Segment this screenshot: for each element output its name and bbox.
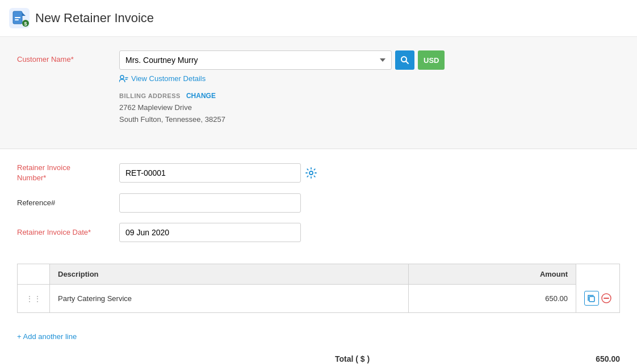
customer-name-label: Customer Name*: [17, 50, 119, 64]
billing-address-block: BILLING ADDRESS CHANGE 2762 Mapleview Dr…: [119, 92, 620, 126]
invoice-date-input-wrap: [119, 223, 301, 242]
add-line-row: + Add another line: [0, 324, 637, 349]
invoice-app-icon: $: [9, 8, 30, 28]
customer-select-row: Mrs. Courtney Murry USD: [119, 50, 620, 70]
form-section: Retainer Invoice Number* Reference# Reta…: [0, 149, 637, 264]
page-title: New Retainer Invoice: [35, 11, 154, 26]
billing-change-button[interactable]: CHANGE: [186, 92, 216, 100]
view-customer-link[interactable]: View Customer Details: [119, 74, 620, 83]
billing-label-row: BILLING ADDRESS CHANGE: [119, 92, 620, 100]
invoice-number-input-wrap: [119, 163, 317, 183]
customer-name-row: Customer Name* Mrs. Courtney Murry USD: [17, 50, 620, 126]
invoice-number-input[interactable]: [119, 163, 301, 183]
search-icon: [400, 56, 409, 65]
billing-address-line2: South Fulton, Tennessee, 38257: [119, 114, 620, 126]
invoice-number-row: Retainer Invoice Number*: [17, 163, 620, 183]
total-row: Total ( $ ) 650.00: [0, 349, 637, 364]
invoice-number-label: Retainer Invoice Number*: [17, 163, 119, 183]
customer-field-content: Mrs. Courtney Murry USD View Cust: [119, 50, 620, 126]
amount-header: Amount: [409, 264, 576, 284]
svg-rect-3: [15, 17, 20, 18]
total-label: Total ( $ ): [335, 354, 370, 363]
copy-row-button[interactable]: [584, 291, 599, 306]
reference-row: Reference#: [17, 193, 620, 213]
reference-input[interactable]: [119, 193, 301, 213]
copy-icon: [588, 295, 595, 302]
row-actions-cell: [576, 284, 619, 313]
reference-label: Reference#: [17, 198, 119, 208]
svg-rect-13: [589, 297, 594, 302]
delete-icon: [601, 293, 611, 303]
invoice-date-input[interactable]: [119, 223, 301, 242]
action-header: [576, 264, 619, 284]
table-header-row: Description Amount: [18, 264, 620, 284]
svg-text:$: $: [24, 21, 27, 27]
svg-point-12: [309, 171, 313, 175]
customer-section: Customer Name* Mrs. Courtney Murry USD: [0, 37, 637, 149]
amount-cell[interactable]: 650.00: [409, 284, 576, 313]
svg-rect-4: [15, 19, 19, 20]
customer-name-select[interactable]: Mrs. Courtney Murry: [119, 50, 392, 70]
row-actions: [584, 291, 611, 306]
line-items-section: Description Amount ⋮⋮ Party Catering Ser…: [0, 264, 637, 325]
reference-input-wrap: [119, 193, 301, 213]
billing-address-line1: 2762 Mapleview Drive: [119, 102, 620, 114]
currency-button[interactable]: USD: [418, 50, 445, 70]
svg-line-8: [406, 61, 408, 64]
description-text: Party Catering Service: [58, 294, 132, 303]
invoice-date-label: Retainer Invoice Date*: [17, 227, 119, 238]
drag-header: [18, 264, 50, 284]
description-cell[interactable]: Party Catering Service: [50, 284, 409, 313]
amount-text: 650.00: [545, 294, 568, 303]
svg-point-9: [120, 75, 124, 79]
total-value: 650.00: [596, 354, 620, 363]
delete-row-button[interactable]: [601, 293, 611, 303]
add-line-button[interactable]: + Add another line: [17, 332, 77, 341]
person-detail-icon: [119, 75, 128, 83]
customer-search-button[interactable]: [395, 50, 414, 70]
drag-handle-icon[interactable]: ⋮⋮: [26, 294, 41, 303]
invoice-number-settings-button[interactable]: [305, 167, 317, 179]
line-items-table: Description Amount ⋮⋮ Party Catering Ser…: [17, 264, 620, 314]
invoice-date-row: Retainer Invoice Date*: [17, 223, 620, 242]
gear-icon: [305, 167, 317, 179]
billing-address-text: 2762 Mapleview Drive South Fulton, Tenne…: [119, 102, 620, 126]
drag-handle-cell: ⋮⋮: [18, 284, 50, 313]
billing-address-label: BILLING ADDRESS: [119, 92, 181, 99]
page-header: $ New Retainer Invoice: [0, 0, 637, 37]
description-header: Description: [50, 264, 409, 284]
table-row: ⋮⋮ Party Catering Service 650.00: [18, 284, 620, 313]
